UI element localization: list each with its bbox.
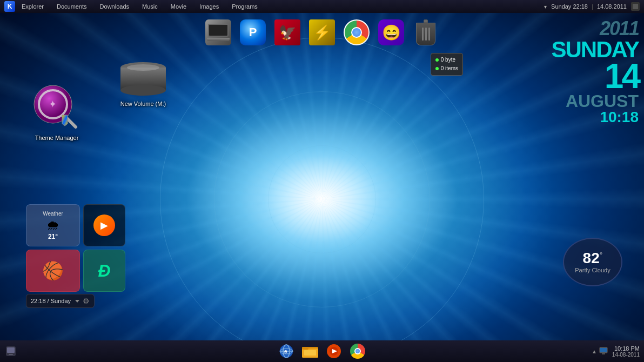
folder-icon	[302, 344, 318, 359]
system-tray: ▲	[592, 347, 608, 356]
trash-size: 0 byte	[441, 56, 455, 64]
svg-rect-10	[7, 347, 15, 353]
menu-programs[interactable]: Programs	[230, 2, 260, 11]
tray-arrow[interactable]: ▲	[592, 348, 597, 354]
bottom-right-area: ▲ 10:18 PM 14-08-2011	[592, 345, 640, 358]
trash-dot-2	[435, 67, 439, 70]
svg-marker-4	[62, 115, 68, 126]
bottom-taskbar: e	[0, 340, 644, 362]
widget-area: Weather 🌧 21° ▶ 🏀 Ð	[26, 204, 125, 292]
bottom-icon-chrome[interactable]	[349, 343, 366, 360]
social-icon: 🏀	[42, 260, 64, 281]
dock-icon-chrome[interactable]	[341, 19, 372, 50]
taskbar-end-icon[interactable]	[631, 2, 640, 11]
svg-text:✦: ✦	[49, 99, 57, 110]
weather-br-temp: 82	[583, 251, 600, 266]
svg-point-8	[127, 64, 159, 71]
dock-icon-laptop[interactable]	[203, 19, 233, 50]
theme-manager-image: ✦	[32, 84, 81, 132]
clock-gear-icon[interactable]: ⚙	[83, 297, 90, 305]
theme-manager-svg: ✦	[32, 84, 81, 132]
dock-icon-phoenix[interactable]: 🦅	[272, 19, 303, 50]
trash-dot-1	[435, 58, 439, 62]
datetime-day-num: 14	[552, 61, 639, 92]
svg-text:e: e	[284, 348, 287, 354]
dock-icon-warp[interactable]: ⚡	[307, 19, 337, 50]
ie-icon: e	[279, 344, 294, 359]
monitor-icon	[599, 347, 608, 356]
desktop	[0, 0, 644, 362]
clock-dropdown-arrow[interactable]	[75, 300, 79, 303]
bottom-icon-folder[interactable]	[301, 343, 319, 360]
deviantart-icon: Ð	[98, 261, 110, 281]
svg-point-7	[120, 85, 166, 96]
weather-icon: 🌧	[46, 218, 59, 233]
trash-tooltip: 0 byte 0 items	[431, 53, 463, 76]
clock-widget: 22:18 / Sunday ⚙	[26, 294, 95, 308]
media-icon	[326, 343, 342, 359]
new-volume-image	[119, 59, 167, 98]
menu-documents[interactable]: Documents	[55, 2, 89, 11]
clock-time: 22:18 / Sunday	[31, 298, 71, 304]
taskbar-right: ▾ Sunday 22:18 | 14.08.2011	[544, 2, 640, 11]
bottom-logo-icon	[5, 346, 16, 357]
datetime-month: AUGUST	[552, 92, 639, 110]
svg-rect-26	[602, 353, 605, 354]
dock-icon-yahoo[interactable]: 😄	[376, 19, 406, 50]
weather-temp: 21°	[48, 233, 58, 240]
menu-movie[interactable]: Movie	[169, 2, 189, 11]
svg-rect-19	[302, 347, 308, 350]
taskbar-menu: Explorer Documents Downloads Music Movie…	[19, 2, 544, 11]
taskbar-logo[interactable]: K	[4, 1, 15, 12]
theme-manager-icon[interactable]: ✦ Theme Manager	[30, 84, 84, 142]
trash-items: 0 items	[441, 64, 458, 73]
svg-rect-20	[304, 350, 316, 356]
weather-br-degree: °	[600, 251, 603, 259]
weather-label: Weather	[43, 211, 63, 217]
media-play-button[interactable]: ▶	[93, 214, 115, 236]
taskbar-dropdown[interactable]: ▾	[544, 4, 547, 10]
dock-icon-blue-app[interactable]: P	[238, 19, 268, 50]
datetime-widget: 2011 SUNDAY 14 AUGUST 10:18	[552, 19, 639, 125]
datetime-year: 2011	[552, 19, 639, 38]
svg-rect-27	[600, 348, 607, 352]
ring-3	[268, 145, 376, 253]
bottom-center-icons: e	[278, 343, 366, 360]
bottom-icon-ie[interactable]: e	[278, 343, 295, 360]
volume-svg	[119, 59, 167, 98]
menu-music[interactable]: Music	[140, 2, 160, 11]
media-widget[interactable]: ▶	[83, 204, 125, 246]
new-volume-icon[interactable]: New Volume (M:)	[116, 59, 170, 108]
social-widget[interactable]: 🏀	[26, 250, 80, 292]
bottom-icon-media[interactable]	[325, 343, 343, 360]
menu-explorer[interactable]: Explorer	[19, 2, 46, 11]
bottom-left-icon[interactable]	[4, 345, 17, 358]
taskbar-datetime: Sunday 22:18 | 14.08.2011	[551, 3, 627, 10]
menu-downloads[interactable]: Downloads	[98, 2, 131, 11]
weather-widget[interactable]: Weather 🌧 21°	[26, 204, 80, 246]
datetime-time: 10:18	[552, 110, 639, 125]
play-icon: ▶	[100, 219, 108, 231]
theme-manager-label: Theme Manager	[30, 135, 84, 142]
top-dock: P 🦅 ⚡ 😄	[203, 19, 441, 50]
weather-br-label: Partly Cloudy	[575, 267, 610, 273]
deviantart-widget[interactable]: Ð	[83, 250, 125, 292]
menu-images[interactable]: Images	[197, 2, 221, 11]
svg-rect-11	[9, 354, 13, 355]
top-taskbar: K Explorer Documents Downloads Music Mov…	[0, 0, 644, 13]
new-volume-label: New Volume (M:)	[116, 100, 170, 108]
weather-widget-br[interactable]: 82 ° Partly Cloudy	[563, 238, 622, 286]
bottom-time: 10:18 PM 14-08-2011	[612, 345, 640, 358]
dock-icon-trash[interactable]	[411, 19, 441, 50]
